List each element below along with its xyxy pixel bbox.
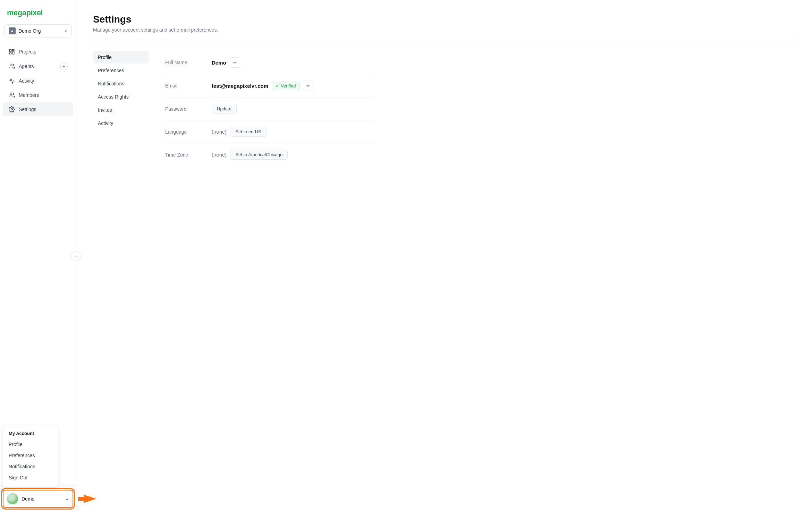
user-chevron-icon: ▲ (65, 497, 69, 501)
org-icon: ■ (9, 27, 16, 34)
form-row-language: Language (none) Set to en-US (165, 120, 373, 143)
svg-rect-3 (9, 53, 11, 54)
settings-nav-item-access-rights[interactable]: Access Rights (93, 91, 149, 103)
settings-nav-item-profile[interactable]: Profile (93, 51, 149, 64)
page-title: Settings (93, 14, 795, 25)
org-selector[interactable]: ■ Demo Org ∨ (4, 24, 72, 37)
verified-badge: ✓ Verified (272, 82, 299, 90)
edit-full-name-button[interactable]: ✏ (230, 57, 240, 68)
projects-icon (8, 48, 15, 55)
svg-marker-7 (78, 495, 96, 503)
language-none-text: (none) (212, 129, 227, 135)
main-content: Settings Manage your account settings an… (76, 0, 812, 512)
settings-nav-item-preferences[interactable]: Preferences (93, 64, 149, 77)
sidebar-item-projects[interactable]: Projects (3, 45, 73, 59)
org-name: Demo Org (18, 28, 61, 34)
settings-nav-item-invites[interactable]: Invites (93, 104, 149, 116)
form-row-password: Password Update (165, 98, 373, 120)
form-row-timezone: Time Zone (none) Set to America/Chicago (165, 143, 373, 166)
settings-icon (8, 106, 15, 113)
chevron-down-icon: ∨ (64, 28, 67, 33)
avatar (7, 493, 18, 504)
set-language-button[interactable]: Set to en-US (230, 127, 266, 137)
sidebar-item-settings[interactable]: Settings (3, 102, 73, 116)
arrow-indicator (78, 493, 96, 506)
svg-point-5 (10, 93, 12, 95)
verified-label: Verified (281, 83, 296, 89)
settings-nav: Profile Preferences Notifications Access… (93, 51, 149, 166)
form-row-full-name: Full Name Demo ✏ (165, 51, 373, 74)
check-icon: ✓ (276, 83, 279, 89)
sidebar-item-label: Projects (19, 49, 68, 54)
account-popup-item-notifications[interactable]: Notifications (3, 461, 58, 472)
set-timezone-button[interactable]: Set to America/Chicago (230, 150, 288, 160)
app-logo: megapixel (7, 8, 43, 17)
settings-nav-item-activity[interactable]: Activity (93, 117, 149, 129)
password-label: Password (165, 106, 203, 112)
pencil-icon: ✏ (306, 83, 310, 89)
agents-icon (8, 63, 15, 70)
language-value: (none) Set to en-US (212, 127, 373, 137)
sidebar-item-label: Settings (19, 107, 68, 112)
sidebar-item-members[interactable]: Members (3, 88, 73, 102)
svg-point-6 (11, 109, 13, 110)
svg-point-4 (10, 64, 12, 66)
account-popup-item-preferences[interactable]: Preferences (3, 450, 58, 461)
logo-container: megapixel (0, 0, 76, 24)
password-value: Update (212, 104, 373, 114)
full-name-value: Demo ✏ (212, 57, 373, 68)
timezone-none-text: (none) (212, 152, 227, 158)
account-popup-title: My Account (3, 429, 58, 439)
svg-rect-2 (12, 52, 14, 54)
settings-nav-item-notifications[interactable]: Notifications (93, 77, 149, 90)
svg-rect-0 (9, 49, 11, 52)
full-name-label: Full Name (165, 60, 203, 65)
sidebar-item-label: Activity (19, 78, 68, 84)
language-label: Language (165, 129, 203, 135)
user-name: Demo (22, 496, 62, 502)
chevron-left-icon: ‹ (75, 254, 77, 259)
timezone-label: Time Zone (165, 152, 203, 158)
email-text: test@megapixelvr.com (212, 83, 268, 89)
sidebar-item-agents[interactable]: Agents + (3, 59, 73, 74)
account-popup-item-sign-out[interactable]: Sign Out (3, 472, 58, 483)
members-icon (8, 92, 15, 99)
sidebar-item-label: Members (19, 92, 68, 98)
update-password-button[interactable]: Update (212, 104, 237, 114)
divider (93, 41, 795, 41)
account-popup: My Account Profile Preferences Notificat… (3, 425, 58, 488)
sidebar-collapse-button[interactable]: ‹ (71, 251, 81, 261)
user-menu-button[interactable]: Demo ▲ (3, 490, 73, 508)
profile-form: Full Name Demo ✏ Email test@megapixelvr.… (165, 51, 373, 166)
sidebar: megapixel ■ Demo Org ∨ Projects Agents +… (0, 0, 76, 512)
add-agent-button[interactable]: + (60, 62, 68, 70)
sidebar-nav: Projects Agents + Activity Members (0, 43, 76, 485)
settings-layout: Profile Preferences Notifications Access… (93, 51, 795, 166)
pencil-icon: ✏ (233, 60, 237, 65)
email-label: Email (165, 83, 203, 89)
sidebar-item-label: Agents (19, 64, 57, 69)
page-subtitle: Manage your account settings and set e-m… (93, 27, 795, 33)
sidebar-item-activity[interactable]: Activity (3, 74, 73, 88)
email-value: test@megapixelvr.com ✓ Verified ✏ (212, 81, 373, 91)
user-section: Demo ▲ (0, 485, 76, 512)
full-name-text: Demo (212, 60, 226, 66)
activity-icon (8, 77, 15, 84)
svg-rect-1 (12, 49, 14, 51)
form-row-email: Email test@megapixelvr.com ✓ Verified ✏ (165, 74, 373, 98)
account-popup-item-profile[interactable]: Profile (3, 439, 58, 450)
timezone-value: (none) Set to America/Chicago (212, 150, 373, 160)
edit-email-button[interactable]: ✏ (303, 81, 313, 91)
